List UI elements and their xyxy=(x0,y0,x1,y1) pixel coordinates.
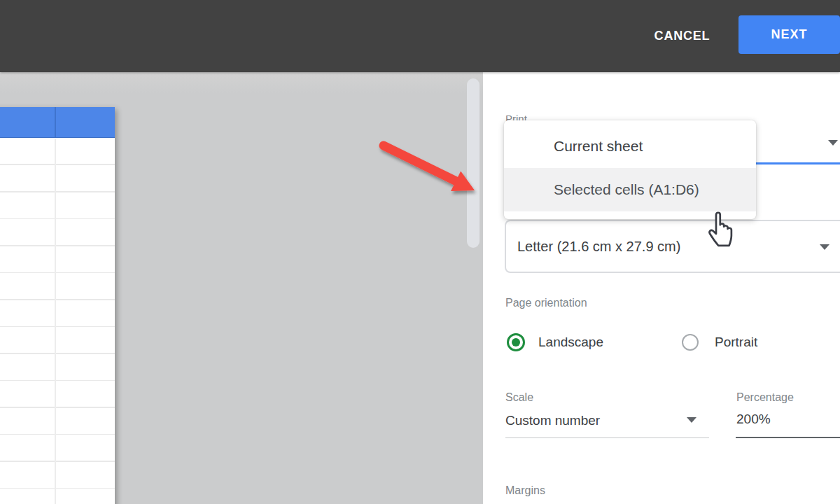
print-preview-area xyxy=(0,72,483,504)
page-orientation-label: Page orientation xyxy=(505,297,587,309)
next-button[interactable]: NEXT xyxy=(738,15,840,54)
margins-field-label: Margins xyxy=(505,484,545,497)
annotation-arrow-icon xyxy=(370,134,483,211)
portrait-radio[interactable] xyxy=(682,334,699,351)
percentage-input-underline xyxy=(736,437,840,438)
preview-page xyxy=(0,107,115,504)
landscape-radio[interactable] xyxy=(507,333,525,351)
scale-select[interactable]: Custom number xyxy=(505,413,600,428)
dialog-header: CANCEL NEXT xyxy=(0,0,840,72)
cancel-button[interactable]: CANCEL xyxy=(631,23,733,48)
percentage-field-label: Percentage xyxy=(736,391,794,404)
scale-caret-icon[interactable] xyxy=(687,417,696,423)
paper-size-select[interactable]: Letter (21.6 cm x 27.9 cm) xyxy=(505,220,840,273)
paper-size-value: Letter (21.6 cm x 27.9 cm) xyxy=(517,221,680,272)
print-dropdown-caret-icon[interactable] xyxy=(828,140,838,146)
menu-item-current-sheet[interactable]: Current sheet xyxy=(504,125,756,168)
scale-select-underline xyxy=(505,438,709,438)
preview-sheet-header-row xyxy=(0,107,115,138)
scale-field-label: Scale xyxy=(505,391,533,404)
landscape-radio-label[interactable]: Landscape xyxy=(538,335,603,350)
preview-gridline-vertical xyxy=(55,139,56,504)
print-settings-dialog: CANCEL NEXT Print xyxy=(0,0,840,504)
portrait-radio-label[interactable]: Portrait xyxy=(715,335,757,350)
preview-sheet-grid xyxy=(0,139,115,504)
landscape-radio-dot xyxy=(512,338,520,346)
paper-size-caret-icon xyxy=(820,244,830,250)
cursor-pointer-icon xyxy=(703,204,739,248)
percentage-input[interactable]: 200% xyxy=(736,412,771,427)
preview-column-divider xyxy=(55,107,56,137)
settings-panel: Print Current sheet Selected cells (A1:D… xyxy=(483,72,840,504)
